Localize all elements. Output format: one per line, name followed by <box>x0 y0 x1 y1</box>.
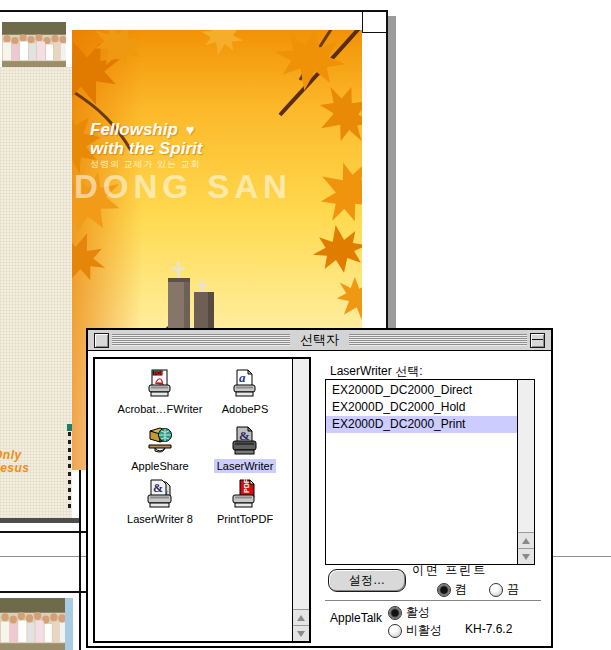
scroll-down-button[interactable] <box>518 548 534 564</box>
titlebar-stripes <box>112 334 527 346</box>
side-caption-line2: Jesus <box>0 462 30 475</box>
device-icon-panel: PDF Acrobat…FWriter a <box>93 357 311 643</box>
chooser-window: 선택자 PDF Acrobat…FWriter <box>86 328 553 648</box>
printtopdf-icon: PDF <box>228 478 262 510</box>
device-adobeps[interactable]: a AdobePS <box>190 368 300 416</box>
adobeps-icon: a <box>228 368 262 400</box>
arrow-up-icon <box>297 615 305 621</box>
svg-text:PDF: PDF <box>154 370 164 376</box>
device-label: AppleShare <box>128 459 192 473</box>
window-titlebar[interactable]: 선택자 <box>88 330 551 351</box>
collapse-box-icon[interactable] <box>530 333 545 348</box>
appleshare-icon <box>143 425 177 457</box>
printer-list-scrollbar[interactable] <box>517 380 534 564</box>
radio-on-label: 켬 <box>455 581 467 598</box>
color-chip <box>67 424 72 431</box>
radio-on-icon[interactable] <box>437 583 451 597</box>
window-content: PDF Acrobat…FWriter a <box>88 351 551 644</box>
scroll-up-button[interactable] <box>293 609 309 625</box>
radio-off-icon[interactable] <box>489 583 503 597</box>
printer-list-item[interactable]: EX2000D_DC2000_Direct <box>326 382 518 399</box>
children-photo-top <box>2 22 66 67</box>
svg-text:PDF: PDF <box>243 478 250 493</box>
arrow-up-icon <box>522 538 530 544</box>
background-print-on[interactable]: 켬 <box>437 581 467 598</box>
desktop: Fellowship♥ with the Spirit 성령의 교제가 있는 교… <box>0 0 611 650</box>
appletalk-label: AppleTalk <box>330 611 382 625</box>
radio-inactive-label: 비활성 <box>406 622 442 639</box>
background-print-off[interactable]: 끔 <box>489 581 519 598</box>
device-printtopdf[interactable]: PDF PrintToPDF <box>190 478 300 526</box>
device-label-selected: LaserWriter <box>214 459 277 473</box>
printer-list-header: LaserWriter 선택: <box>330 363 422 380</box>
cover-masthead: DONG SAN <box>74 168 362 206</box>
setup-button[interactable]: 설정… <box>328 569 406 592</box>
device-laserwriter[interactable]: & LaserWriter <box>190 425 300 473</box>
photo-blue-strip <box>65 598 73 650</box>
radio-active-icon[interactable] <box>388 606 402 620</box>
arrow-down-icon <box>522 554 530 560</box>
heart-icon: ♥ <box>178 121 195 138</box>
appletalk-active[interactable]: 활성 <box>388 604 430 621</box>
arrow-down-icon <box>297 631 305 637</box>
appletalk-inactive[interactable]: 비활성 <box>388 622 442 639</box>
page-guide-line-b <box>0 591 86 593</box>
radio-active-label: 활성 <box>406 604 430 621</box>
side-caption: Only Jesus <box>0 449 30 475</box>
page-corner-guide-v <box>362 10 363 33</box>
headline-line1: Fellowship <box>90 120 178 139</box>
sidebar-shadow-band <box>0 518 80 523</box>
version-text: KH-7.6.2 <box>465 622 512 636</box>
acrobat-pdfwriter-icon: PDF <box>143 368 177 400</box>
device-label: PrintToPDF <box>214 512 276 526</box>
device-label: LaserWriter 8 <box>124 512 196 526</box>
page-corner-guide-h <box>362 32 387 33</box>
close-box-icon[interactable] <box>94 333 109 348</box>
children-photo-bottom <box>0 598 65 650</box>
printer-list-item[interactable]: EX2000D_DC2000_Hold <box>326 399 518 416</box>
page-top-guide <box>0 10 386 12</box>
icon-panel-scrollbar[interactable] <box>292 359 309 641</box>
radio-off-label: 끔 <box>507 581 519 598</box>
scroll-up-button[interactable] <box>518 532 534 548</box>
background-print-label: 이면 프린트 <box>412 562 487 579</box>
laserwriter8-icon: & & <box>143 478 177 510</box>
svg-text:&: & <box>153 481 163 495</box>
vertical-caption-marks <box>68 432 71 508</box>
cover-headline: Fellowship♥ with the Spirit <box>90 120 202 158</box>
radio-inactive-icon[interactable] <box>388 624 402 638</box>
device-label: AdobePS <box>219 402 271 416</box>
scroll-down-button[interactable] <box>293 625 309 641</box>
page-guide-line-a <box>0 531 86 533</box>
laserwriter-icon: & <box>228 425 262 457</box>
headline-line2: with the Spirit <box>90 139 202 158</box>
printer-list-item-selected[interactable]: EX2000D_DC2000_Print <box>326 416 518 433</box>
svg-text:a: a <box>239 370 246 385</box>
printer-list: EX2000D_DC2000_Direct EX2000D_DC2000_Hol… <box>325 379 535 565</box>
section-divider <box>325 600 541 601</box>
